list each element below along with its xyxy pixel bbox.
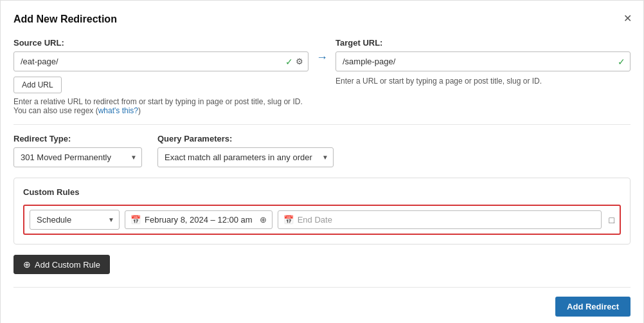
settings-row: Redirect Type: 301 Moved Permanently 302… bbox=[13, 134, 631, 167]
url-arrow-icon: → bbox=[316, 51, 328, 64]
custom-rule-row: Schedule Login Status Role Browser Langu… bbox=[23, 205, 621, 235]
target-hint-text: Enter a URL or start by typing a page or… bbox=[335, 77, 631, 86]
source-check-icon: ✓ bbox=[285, 57, 293, 67]
source-input-icons: ✓ ⚙ bbox=[285, 57, 303, 67]
redirect-type-group: Redirect Type: 301 Moved Permanently 302… bbox=[13, 134, 142, 167]
start-date-clear-icon[interactable]: ⊕ bbox=[260, 215, 267, 225]
close-icon[interactable]: ✕ bbox=[623, 12, 632, 24]
add-url-button[interactable]: Add URL bbox=[13, 77, 62, 93]
end-date-calendar-icon: 📅 bbox=[283, 215, 294, 225]
source-url-section: Source URL: ✓ ⚙ Add URL Enter a relative… bbox=[13, 38, 309, 115]
add-redirect-button[interactable]: Add Redirect bbox=[555, 297, 631, 317]
source-hint-regex-suffix: ) bbox=[138, 106, 141, 115]
bottom-bar: Add Redirect bbox=[13, 287, 631, 317]
target-input-icons: ✓ bbox=[618, 57, 625, 67]
rule-delete-checkbox[interactable]: □ bbox=[609, 215, 614, 225]
start-date-wrapper[interactable]: 📅 February 8, 2024 – 12:00 am ⊕ bbox=[125, 210, 273, 229]
end-date-wrapper[interactable]: 📅 End Date bbox=[278, 210, 602, 229]
source-hint-regex-prefix: You can also use regex ( bbox=[13, 106, 98, 115]
rule-type-select-wrapper: Schedule Login Status Role Browser Langu… bbox=[30, 210, 120, 230]
target-url-input[interactable] bbox=[335, 51, 631, 71]
add-custom-rule-button[interactable]: ⊕ Add Custom Rule bbox=[13, 255, 110, 274]
end-date-placeholder: End Date bbox=[298, 215, 332, 225]
target-url-label: Target URL: bbox=[335, 38, 631, 48]
divider-1 bbox=[13, 124, 631, 125]
add-custom-rule-label: Add Custom Rule bbox=[35, 260, 100, 270]
modal-container: ✕ Add New Redirection Source URL: ✓ ⚙ Ad… bbox=[0, 0, 644, 323]
start-date-calendar-icon: 📅 bbox=[130, 215, 141, 225]
whats-this-link[interactable]: what's this? bbox=[98, 106, 138, 115]
target-check-icon: ✓ bbox=[618, 57, 625, 67]
custom-rules-box: Custom Rules Schedule Login Status Role … bbox=[13, 178, 631, 245]
add-custom-rule-icon: ⊕ bbox=[23, 259, 31, 270]
rule-type-select[interactable]: Schedule Login Status Role Browser Langu… bbox=[30, 210, 120, 230]
source-hint-text: Enter a relative URL to redirect from or… bbox=[13, 97, 303, 106]
source-url-label: Source URL: bbox=[13, 38, 309, 48]
target-url-section: Target URL: ✓ Enter a URL or start by ty… bbox=[335, 38, 631, 86]
source-gear-icon[interactable]: ⚙ bbox=[296, 57, 303, 66]
source-hint: Enter a relative URL to redirect from or… bbox=[13, 97, 309, 115]
redirect-type-select[interactable]: 301 Moved Permanently 302 Found 303 See … bbox=[13, 147, 142, 167]
redirect-type-select-wrapper: 301 Moved Permanently 302 Found 303 See … bbox=[13, 147, 142, 167]
query-params-select[interactable]: Exact match all parameters in any order … bbox=[157, 147, 334, 167]
start-date-text: February 8, 2024 – 12:00 am bbox=[145, 215, 253, 225]
query-params-select-wrapper: Exact match all parameters in any order … bbox=[157, 147, 334, 167]
target-input-wrapper: ✓ bbox=[335, 51, 631, 71]
custom-rules-title: Custom Rules bbox=[23, 187, 621, 197]
redirect-type-label: Redirect Type: bbox=[13, 134, 142, 143]
source-input-wrapper: ✓ ⚙ bbox=[13, 51, 309, 71]
url-row: Source URL: ✓ ⚙ Add URL Enter a relative… bbox=[13, 38, 631, 115]
query-params-label: Query Parameters: bbox=[157, 134, 334, 143]
page-title: Add New Redirection bbox=[13, 14, 631, 25]
source-url-input[interactable] bbox=[13, 51, 309, 71]
query-params-group: Query Parameters: Exact match all parame… bbox=[157, 134, 334, 167]
